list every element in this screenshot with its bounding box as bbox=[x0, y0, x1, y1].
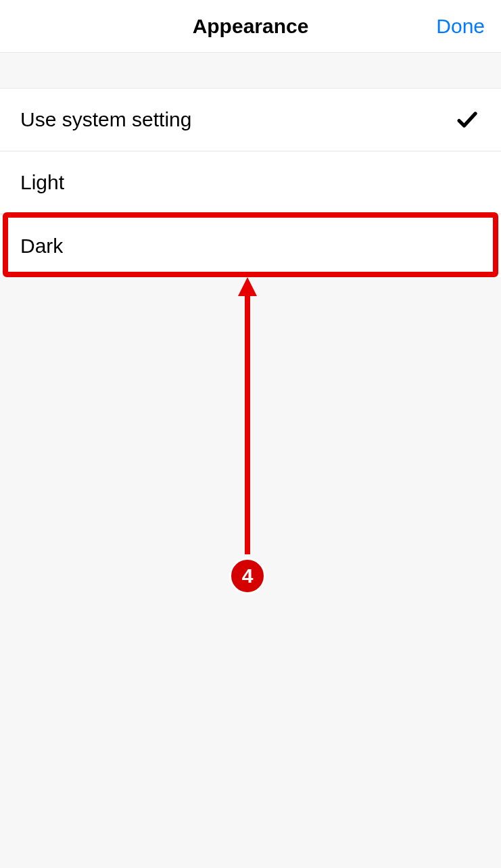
option-dark[interactable]: Dark bbox=[0, 214, 501, 277]
header: Appearance Done bbox=[0, 0, 501, 53]
done-button[interactable]: Done bbox=[436, 15, 485, 38]
option-label: Dark bbox=[20, 235, 63, 258]
option-use-system-setting[interactable]: Use system setting bbox=[0, 89, 501, 151]
section-spacer bbox=[0, 53, 501, 89]
empty-area bbox=[0, 277, 501, 865]
appearance-options-list: Use system setting Light Dark bbox=[0, 89, 501, 277]
checkmark-icon bbox=[454, 106, 481, 133]
page-title: Appearance bbox=[193, 15, 309, 38]
option-light[interactable]: Light bbox=[0, 151, 501, 214]
option-label: Light bbox=[20, 171, 64, 194]
option-label: Use system setting bbox=[20, 108, 191, 131]
